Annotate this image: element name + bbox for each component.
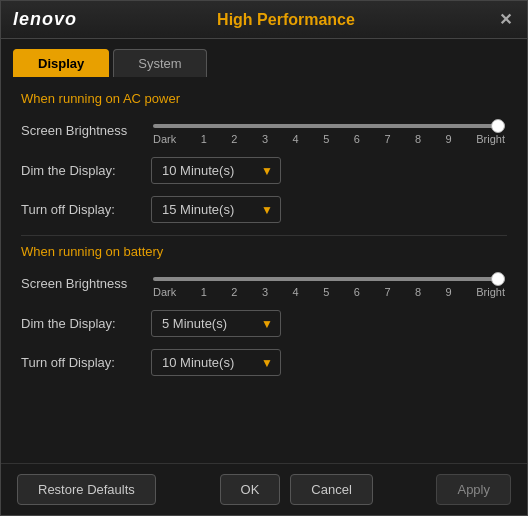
battery-section-title: When running on battery (21, 244, 507, 259)
window-title: High Performance (77, 11, 495, 29)
ac-label-6: 6 (354, 133, 360, 145)
battery-slider-labels: Dark 1 2 3 4 5 6 7 8 9 Bright (151, 286, 507, 298)
tab-display[interactable]: Display (13, 49, 109, 77)
ac-brightness-row: Screen Brightness Dark 1 2 3 4 5 6 7 8 9… (21, 116, 507, 145)
main-window: lenovo High Performance ✕ Display System… (0, 0, 528, 516)
bat-label-1: 1 (201, 286, 207, 298)
bat-label-2: 2 (231, 286, 237, 298)
battery-turnoff-select[interactable]: Never 1 Minute(s) 2 Minute(s) 5 Minute(s… (151, 349, 281, 376)
ac-label-7: 7 (384, 133, 390, 145)
restore-defaults-button[interactable]: Restore Defaults (17, 474, 156, 505)
ac-section-title: When running on AC power (21, 91, 507, 106)
battery-dim-row: Dim the Display: Never 1 Minute(s) 2 Min… (21, 310, 507, 337)
ac-turnoff-row: Turn off Display: Never 1 Minute(s) 2 Mi… (21, 196, 507, 223)
ac-brightness-label: Screen Brightness (21, 123, 151, 138)
ac-label-bright: Bright (476, 133, 505, 145)
content-area: When running on AC power Screen Brightne… (1, 77, 527, 463)
bat-label-7: 7 (384, 286, 390, 298)
footer: Restore Defaults OK Cancel Apply (1, 463, 527, 515)
battery-dim-dropdown-wrapper: Never 1 Minute(s) 2 Minute(s) 5 Minute(s… (151, 310, 281, 337)
battery-slider-track (151, 269, 507, 284)
ac-label-dark: Dark (153, 133, 176, 145)
bat-label-5: 5 (323, 286, 329, 298)
bat-label-4: 4 (293, 286, 299, 298)
apply-button[interactable]: Apply (436, 474, 511, 505)
ac-label-8: 8 (415, 133, 421, 145)
cancel-button[interactable]: Cancel (290, 474, 372, 505)
battery-brightness-slider[interactable] (153, 277, 505, 281)
battery-turnoff-dropdown-wrapper: Never 1 Minute(s) 2 Minute(s) 5 Minute(s… (151, 349, 281, 376)
ac-label-9: 9 (446, 133, 452, 145)
battery-dim-select[interactable]: Never 1 Minute(s) 2 Minute(s) 5 Minute(s… (151, 310, 281, 337)
tab-system[interactable]: System (113, 49, 206, 77)
ac-dim-label: Dim the Display: (21, 163, 151, 178)
ac-brightness-slider-container: Dark 1 2 3 4 5 6 7 8 9 Bright (151, 116, 507, 145)
ac-label-1: 1 (201, 133, 207, 145)
ac-brightness-slider[interactable] (153, 124, 505, 128)
ac-dim-dropdown-wrapper: Never 1 Minute(s) 2 Minute(s) 5 Minute(s… (151, 157, 281, 184)
title-bar: lenovo High Performance ✕ (1, 1, 527, 39)
ac-slider-labels: Dark 1 2 3 4 5 6 7 8 9 Bright (151, 133, 507, 145)
ac-label-2: 2 (231, 133, 237, 145)
ac-label-4: 4 (293, 133, 299, 145)
battery-brightness-row: Screen Brightness Dark 1 2 3 4 5 6 7 8 9… (21, 269, 507, 298)
ac-turnoff-select[interactable]: Never 1 Minute(s) 2 Minute(s) 5 Minute(s… (151, 196, 281, 223)
ok-button[interactable]: OK (220, 474, 281, 505)
ac-turnoff-label: Turn off Display: (21, 202, 151, 217)
close-button[interactable]: ✕ (495, 10, 515, 29)
bat-label-6: 6 (354, 286, 360, 298)
bat-label-9: 9 (446, 286, 452, 298)
battery-dim-label: Dim the Display: (21, 316, 151, 331)
bat-label-bright: Bright (476, 286, 505, 298)
bat-label-8: 8 (415, 286, 421, 298)
section-divider (21, 235, 507, 236)
ac-label-5: 5 (323, 133, 329, 145)
ac-label-3: 3 (262, 133, 268, 145)
ac-dim-row: Dim the Display: Never 1 Minute(s) 2 Min… (21, 157, 507, 184)
tab-bar: Display System (1, 39, 527, 77)
ac-turnoff-dropdown-wrapper: Never 1 Minute(s) 2 Minute(s) 5 Minute(s… (151, 196, 281, 223)
ac-dim-select[interactable]: Never 1 Minute(s) 2 Minute(s) 5 Minute(s… (151, 157, 281, 184)
battery-turnoff-row: Turn off Display: Never 1 Minute(s) 2 Mi… (21, 349, 507, 376)
battery-brightness-label: Screen Brightness (21, 276, 151, 291)
battery-turnoff-label: Turn off Display: (21, 355, 151, 370)
bat-label-3: 3 (262, 286, 268, 298)
bat-label-dark: Dark (153, 286, 176, 298)
logo: lenovo (13, 9, 77, 30)
battery-brightness-slider-container: Dark 1 2 3 4 5 6 7 8 9 Bright (151, 269, 507, 298)
ac-slider-track (151, 116, 507, 131)
footer-center-buttons: OK Cancel (220, 474, 373, 505)
